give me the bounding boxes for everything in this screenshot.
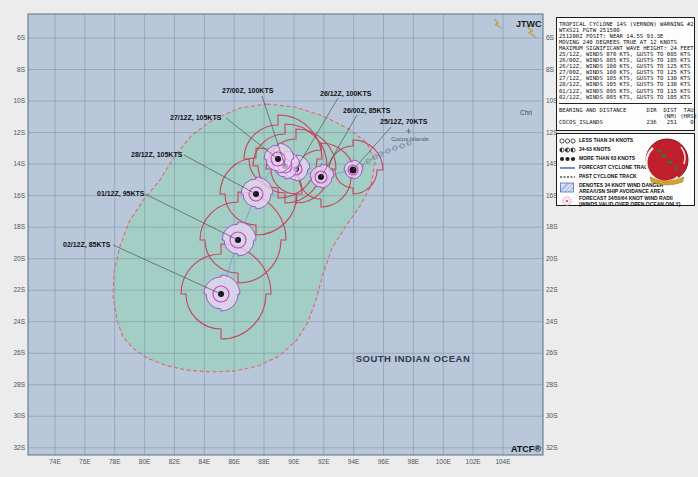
atcf-label: ATCF® (511, 444, 541, 454)
y-axis-tick-label-left: 18S (13, 223, 25, 230)
filled-circles-icon (559, 155, 577, 163)
x-axis-tick-label: 92E (318, 458, 330, 465)
solid-line-icon (559, 164, 577, 172)
y-axis-tick-label-right: 28S (546, 381, 558, 388)
y-axis-tick-label-right: 30S (546, 412, 558, 419)
bearing-line: (NM) (HRS) (559, 113, 692, 119)
y-axis-tick-label-right: 24S (546, 318, 558, 325)
track-label: 25/12Z, 70KTS (380, 118, 428, 126)
dashed-line-icon (559, 173, 577, 181)
y-axis-tick-label-left: 24S (13, 318, 25, 325)
track-label: 26/12Z, 100KTS (320, 90, 372, 98)
bearing-line: COCOS_ISLANDS 236 251 0 (559, 119, 692, 125)
y-axis-tick-label-right: 26S (546, 349, 558, 356)
x-axis-tick-label: 84E (199, 458, 211, 465)
x-axis-tick-label: 96E (378, 458, 390, 465)
x-axis-tick-label: 88E (258, 458, 270, 465)
open-circles-icon (559, 137, 577, 145)
legend-label: LESS THAN 34 KNOTS (579, 137, 633, 143)
warning-line: 01/12Z, WINDS 095 KTS, GUSTS TO 115 KTS (559, 88, 692, 94)
track-label: 01/12Z, 95KTS (97, 190, 145, 198)
legend-label: MORE THAN 63 KNOTS (579, 155, 635, 161)
x-axis-tick-label: 82E (169, 458, 181, 465)
y-axis-tick-label-left: 20S (13, 255, 25, 262)
legend-panel: LESS THAN 34 KNOTS 34-63 KNOTS MORE THAN… (556, 133, 695, 206)
warning-line: 02/12Z, WINDS 085 KTS, GUSTS TO 105 KTS (559, 94, 692, 100)
x-axis-tick-label: 74E (49, 458, 61, 465)
x-axis-tick-label: 102E (466, 458, 482, 465)
x-axis-tick-label: 100E (436, 458, 452, 465)
legend-label: 34-63 KNOTS (579, 146, 611, 152)
y-axis-tick-label-left: 32S (13, 444, 25, 451)
legend-label: FORECAST 34/50/64 KNOT WIND RADII (WINDS… (579, 195, 680, 207)
hatched-box-icon (559, 182, 577, 194)
y-axis-tick-label-left: 16S (13, 192, 25, 199)
x-axis-tick-label: 90E (288, 458, 300, 465)
warning-line: 28/12Z, WINDS 105 KTS, GUSTS TO 130 KTS (559, 81, 692, 87)
y-axis-tick-label-left: 6S (17, 34, 26, 41)
y-axis-tick-label-left: 10S (13, 97, 25, 104)
ocean-name-label: SOUTH INDIAN OCEAN (356, 353, 471, 364)
x-axis-tick-label: 98E (408, 458, 420, 465)
x-axis-tick-label: 76E (79, 458, 91, 465)
warning-text: TROPICAL CYCLONE 14S (VERNON) WARNING #2… (559, 21, 692, 100)
x-axis-tick-label: 104E (495, 458, 511, 465)
y-axis-tick-label-right: 20S (546, 255, 558, 262)
bearing-distance-text: BEARING AND DISTANCE DIR DIST TAU (NM) (… (559, 107, 692, 125)
track-label: 26/00Z, 85KTS (343, 107, 391, 115)
y-axis-tick-label-left: 28S (13, 381, 25, 388)
y-axis-tick-label-left: 12S (13, 129, 25, 136)
track-label: 28/12Z, 105KTS (131, 151, 183, 159)
x-axis-tick-label: 94E (348, 458, 360, 465)
y-axis-tick-label-right: 32S (546, 444, 558, 451)
cyclone-warning-graphic: 74E76E78E80E82E84E86E88E90E92E94E96E98E1… (0, 0, 698, 477)
panel-divider (559, 103, 692, 104)
x-axis-tick-label: 78E (109, 458, 121, 465)
track-label: 27/12Z, 105KTS (170, 114, 222, 122)
x-axis-tick-label: 86E (228, 458, 240, 465)
christmas-island-label: Chri (520, 109, 532, 116)
cocos-islands-label: Cocos Islands (391, 136, 429, 142)
warning-info-panel: TROPICAL CYCLONE 14S (VERNON) WARNING #2… (556, 17, 695, 131)
legend-label: PAST CYCLONE TRACK (579, 173, 637, 179)
legend-item: FORECAST 34/50/64 KNOT WIND RADII (WINDS… (559, 195, 692, 207)
jtwc-seal-logo (642, 137, 692, 187)
y-axis-tick-label-left: 22S (13, 286, 25, 293)
track-label: 02/12Z, 85KTS (63, 241, 111, 249)
wind-radii-icon (559, 195, 577, 207)
y-axis-tick-label-right: 18S (546, 223, 558, 230)
track-label: 27/00Z, 100KTS (222, 87, 274, 95)
bearing-line: BEARING AND DISTANCE DIR DIST TAU (559, 107, 692, 113)
legend-label: FORECAST CYCLONE TRACK (579, 164, 651, 170)
y-axis-tick-label-right: 6S (546, 34, 555, 41)
y-axis-tick-label-left: 14S (13, 160, 25, 167)
half-circles-icon (559, 146, 577, 154)
y-axis-tick-label-left: 30S (13, 412, 25, 419)
y-axis-tick-label-left: 8S (17, 66, 26, 73)
y-axis-tick-label-right: 22S (546, 286, 558, 293)
y-axis-tick-label-right: 8S (546, 66, 555, 73)
y-axis-tick-label-left: 26S (13, 349, 25, 356)
x-axis-tick-label: 80E (139, 458, 151, 465)
